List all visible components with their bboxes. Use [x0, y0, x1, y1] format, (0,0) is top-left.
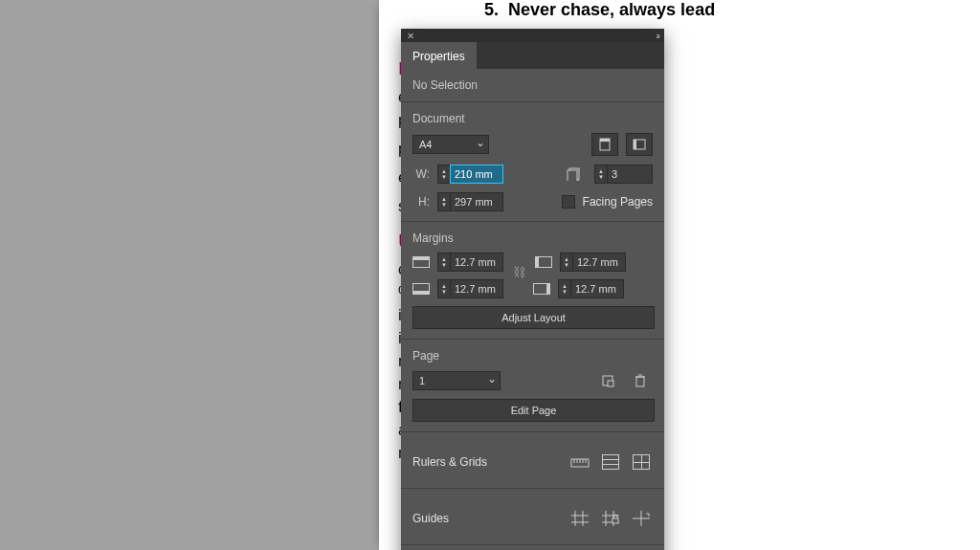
properties-panel[interactable]: ✕ ›› Properties No Selection Document A4… [401, 29, 664, 550]
panel-titlebar[interactable]: ✕ ›› [401, 29, 664, 42]
panel-close-icon[interactable]: ✕ [407, 31, 414, 41]
width-label: W: [412, 167, 430, 181]
edit-page-button[interactable]: Edit Page [412, 399, 655, 422]
svg-rect-1 [600, 139, 610, 142]
height-label: H: [412, 195, 430, 209]
panel-menu-icon[interactable]: ›› [656, 31, 658, 41]
margin-right-icon [533, 283, 550, 295]
pages-input[interactable] [607, 165, 653, 184]
margin-top-input[interactable] [450, 253, 503, 272]
margin-left-input[interactable] [572, 253, 626, 272]
baseline-grid-icon[interactable] [599, 451, 622, 473]
section-page-label: Page [412, 349, 653, 363]
section-rulers-label: Rulers & Grids [412, 455, 487, 469]
link-margins-icon[interactable]: ⛓ [511, 265, 527, 279]
pages-stepper[interactable]: ▲▼ [594, 165, 653, 184]
margin-left-stepper[interactable]: ▲▼ [560, 253, 626, 272]
section-document-label: Document [412, 112, 653, 125]
panel-tabs: Properties [401, 42, 664, 69]
pages-icon [562, 164, 587, 185]
page-number-select[interactable]: 1 [412, 371, 501, 390]
orientation-portrait-icon[interactable] [591, 133, 618, 156]
svg-rect-3 [634, 140, 636, 149]
tab-properties[interactable]: Properties [401, 42, 477, 69]
show-guides-icon[interactable] [568, 508, 591, 529]
new-page-icon[interactable] [595, 370, 620, 391]
orientation-landscape-icon[interactable] [626, 133, 653, 156]
svg-rect-7 [608, 381, 613, 386]
svg-rect-5 [568, 170, 577, 181]
section-guides-label: Guides [412, 512, 449, 525]
height-stepper[interactable]: ▲▼ [437, 192, 503, 211]
section-margins-label: Margins [412, 231, 653, 245]
lock-guides-icon[interactable] [599, 508, 622, 529]
width-input[interactable] [450, 165, 503, 184]
svg-rect-25 [612, 518, 618, 523]
ruler-icon[interactable] [568, 451, 591, 473]
margin-bottom-input[interactable] [450, 279, 503, 298]
facing-pages-label: Facing Pages [583, 195, 653, 209]
page-size-select[interactable]: A4 [412, 135, 489, 154]
selection-status: No Selection [412, 78, 653, 92]
margin-right-input[interactable] [570, 279, 624, 298]
margin-top-icon [412, 256, 430, 268]
svg-rect-8 [636, 377, 644, 386]
smart-guides-icon[interactable] [630, 508, 653, 529]
width-stepper[interactable]: ▲▼ [437, 165, 503, 184]
facing-pages-checkbox[interactable] [562, 195, 575, 209]
margin-bottom-icon [412, 283, 430, 295]
adjust-layout-button[interactable]: Adjust Layout [412, 306, 655, 329]
margin-bottom-stepper[interactable]: ▲▼ [437, 279, 503, 298]
document-grid-icon[interactable] [630, 451, 653, 473]
margin-left-icon [535, 256, 552, 268]
pasteboard-area [0, 0, 379, 550]
list-item-5: 5.Never chase, always lead [484, 0, 961, 20]
height-input[interactable] [450, 192, 503, 211]
delete-page-icon[interactable] [628, 370, 653, 391]
margin-right-stepper[interactable]: ▲▼ [558, 279, 624, 298]
margin-top-stepper[interactable]: ▲▼ [437, 253, 503, 272]
